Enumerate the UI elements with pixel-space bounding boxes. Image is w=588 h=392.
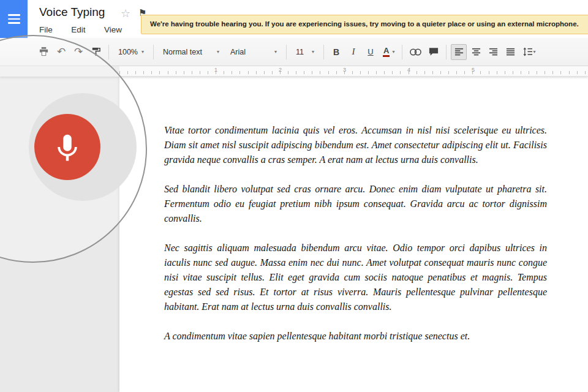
text-color-button[interactable]: A ▾: [380, 44, 398, 60]
align-left-icon: [454, 47, 464, 56]
zoom-select[interactable]: 100% ▾: [113, 44, 149, 60]
italic-button[interactable]: I: [345, 44, 361, 60]
align-left-button[interactable]: [451, 44, 467, 60]
insert-comment-button[interactable]: [426, 44, 442, 60]
paragraph[interactable]: Vitae tortor condimentum lacinia quis ve…: [164, 123, 547, 167]
comment-icon: [429, 47, 439, 56]
toolbar-divider: [323, 45, 324, 59]
menu-edit[interactable]: Edit: [71, 25, 85, 34]
chevron-down-icon: ▾: [274, 49, 277, 55]
ruler-number: 1: [214, 67, 217, 73]
paragraph-style-value: Normal text: [163, 48, 202, 56]
ruler-page-section: 1 2 3 4 5: [119, 66, 588, 77]
line-spacing-button[interactable]: ▾: [519, 44, 538, 60]
paragraph-style-select[interactable]: Normal text ▾: [158, 44, 224, 60]
toolbar-divider: [286, 45, 287, 59]
header: Voice Typing ☆ ⚑ File Edit View Insert W…: [0, 0, 588, 38]
chevron-down-icon: ▾: [312, 49, 314, 55]
document-title[interactable]: Voice Typing: [39, 6, 105, 19]
ruler-ticks: [119, 71, 588, 74]
bold-icon: B: [333, 47, 339, 57]
zoom-value: 100%: [118, 48, 138, 56]
menu-view[interactable]: View: [104, 25, 122, 34]
chevron-down-icon: ▾: [217, 49, 219, 55]
line-spacing-icon: [522, 47, 533, 56]
align-justify-icon: [506, 47, 515, 56]
insert-link-button[interactable]: [407, 44, 424, 60]
chevron-down-icon: ▾: [141, 49, 144, 55]
paragraph[interactable]: A condimentum vitae sapien pellentesque …: [164, 329, 547, 344]
microphone-button[interactable]: [34, 114, 100, 180]
ruler-number: 3: [343, 67, 346, 73]
align-justify-button[interactable]: [502, 44, 518, 60]
toolbar-divider: [153, 45, 154, 59]
notification-banner: We're having trouble hearing you. If you…: [141, 15, 588, 34]
font-value: Arial: [230, 48, 246, 56]
toolbar-divider: [402, 45, 402, 59]
chevron-down-icon: ▾: [533, 49, 535, 55]
ruler-number: 5: [472, 67, 475, 73]
docs-logo-icon[interactable]: [0, 0, 28, 38]
font-size-value: 11: [296, 48, 304, 56]
text-color-icon: A: [383, 47, 390, 57]
toolbar-divider: [446, 45, 447, 59]
paragraph[interactable]: Sed blandit libero volutpat sed cras orn…: [164, 182, 547, 226]
microphone-icon: [51, 130, 84, 164]
document-editor[interactable]: Vitae tortor condimentum lacinia quis ve…: [119, 77, 588, 344]
chevron-down-icon: ▾: [392, 49, 394, 55]
link-icon: [410, 48, 421, 56]
align-right-button[interactable]: [485, 44, 501, 60]
star-icon[interactable]: ☆: [121, 7, 130, 20]
underline-icon: U: [368, 47, 373, 56]
italic-icon: I: [352, 47, 355, 57]
align-center-button[interactable]: [468, 44, 484, 60]
flag-icon[interactable]: ⚑: [138, 7, 146, 18]
font-size-select[interactable]: 11 ▾: [291, 44, 319, 60]
toolbar-divider: [108, 45, 109, 59]
paragraph[interactable]: Nec sagittis aliquam malesuada bibendum …: [164, 241, 547, 314]
menu-file[interactable]: File: [39, 25, 53, 34]
font-select[interactable]: Arial ▾: [225, 44, 282, 60]
ruler-number: 4: [407, 67, 410, 73]
underline-button[interactable]: U: [363, 44, 379, 60]
align-center-icon: [472, 47, 481, 56]
align-right-icon: [489, 47, 498, 56]
ruler-number: 2: [279, 67, 282, 73]
document-page[interactable]: Vitae tortor condimentum lacinia quis ve…: [119, 77, 588, 392]
bold-button[interactable]: B: [328, 44, 344, 60]
